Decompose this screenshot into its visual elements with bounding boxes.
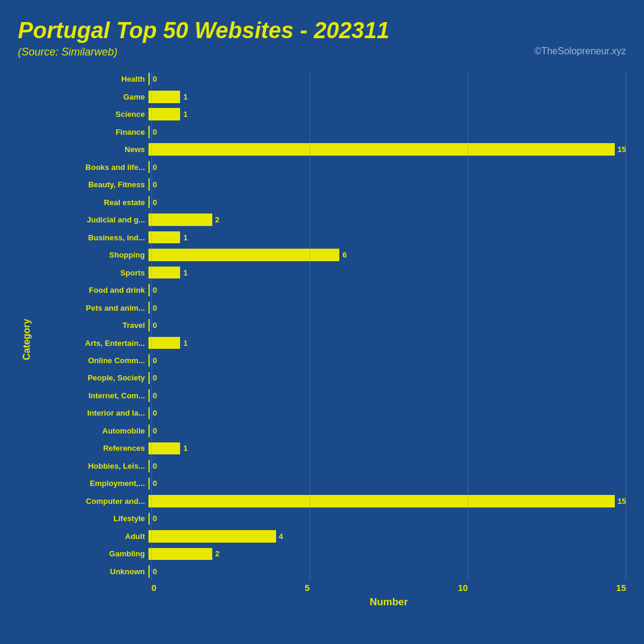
bar-label: Online Comm... (32, 356, 148, 365)
bar-label: Automobile (32, 426, 148, 435)
bar-track: 0 (148, 389, 626, 402)
bar-fill (148, 548, 212, 561)
bar-fill (148, 372, 150, 385)
bar-fill (148, 407, 150, 420)
bar-value: 0 (153, 391, 157, 400)
bar-track: 0 (148, 178, 626, 191)
page-container: Portugal Top 50 Websites - 202311 (Sourc… (0, 0, 644, 644)
bar-value: 0 (153, 163, 157, 172)
bar-track: 0 (148, 196, 626, 209)
x-axis-area: 051015 Number (151, 580, 626, 608)
bar-fill (148, 478, 150, 490)
bar-fill (148, 354, 150, 367)
bar-row: Real estate0 (32, 193, 626, 210)
bar-fill (148, 565, 150, 578)
copyright-text: ©TheSolopreneur.xyz (534, 46, 626, 58)
bar-track: 15 (148, 495, 626, 507)
bar-fill (148, 108, 180, 120)
bar-value: 0 (153, 462, 157, 470)
bar-row: Automobile0 (32, 422, 626, 439)
bar-label: Gambling (32, 549, 148, 558)
bar-value: 1 (183, 444, 187, 453)
bar-value: 0 (153, 321, 157, 330)
x-tick: 15 (616, 583, 626, 593)
bar-fill (148, 249, 339, 261)
bar-row: Online Comm...0 (32, 352, 626, 369)
bar-row: Travel0 (32, 317, 626, 334)
bar-label: Pets and anim... (32, 304, 148, 312)
bar-label: Employment,... (32, 479, 148, 488)
bar-label: Travel (32, 321, 148, 330)
bar-fill (148, 530, 276, 543)
bar-track: 0 (148, 478, 626, 490)
bar-row: Judicial and g...2 (32, 211, 626, 228)
x-tick: 0 (151, 583, 156, 593)
bar-track: 6 (148, 249, 626, 261)
bar-value: 0 (153, 128, 157, 137)
bar-label: References (32, 444, 148, 453)
bar-track: 15 (148, 143, 626, 156)
bar-value: 0 (153, 286, 157, 295)
bar-track: 0 (148, 407, 626, 420)
bar-value: 0 (153, 479, 157, 488)
bar-track: 0 (148, 354, 626, 367)
bar-fill (148, 319, 150, 332)
bar-track: 1 (148, 442, 626, 455)
bar-row: Interior and la...0 (32, 404, 626, 422)
bar-fill (148, 196, 150, 209)
bar-row: Game1 (32, 88, 626, 105)
bar-row: Unknown0 (32, 563, 626, 580)
bar-label: Books and life... (32, 163, 148, 172)
bar-value: 0 (153, 304, 157, 312)
bar-track: 0 (148, 425, 626, 437)
bar-fill (148, 495, 615, 507)
bar-fill (148, 161, 150, 174)
bar-value: 0 (153, 567, 157, 576)
bar-row: Books and life...0 (32, 158, 626, 175)
bar-row: Finance0 (32, 123, 626, 140)
bar-row: Beauty, Fitness0 (32, 176, 626, 193)
bar-label: Hobbies, Leis... (32, 462, 148, 470)
bar-fill (148, 284, 150, 296)
bar-row: News15 (32, 141, 626, 158)
bar-track: 0 (148, 565, 626, 578)
bar-row: Hobbies, Leis...0 (32, 457, 626, 475)
bar-track: 1 (148, 231, 626, 244)
bar-track: 1 (148, 337, 626, 349)
bar-label: Interior and la... (32, 408, 148, 417)
bar-track: 1 (148, 267, 626, 279)
bar-value: 15 (618, 145, 626, 154)
bar-row: Business, ind...1 (32, 228, 626, 246)
bar-value: 15 (618, 497, 626, 506)
chart-title: Portugal Top 50 Websites - 202311 (18, 18, 626, 44)
bar-track: 0 (148, 302, 626, 314)
bar-label: Judicial and g... (32, 215, 148, 224)
bar-fill (148, 267, 180, 279)
bar-value: 2 (215, 215, 219, 224)
bar-value: 1 (183, 233, 187, 242)
bar-label: Food and drink (32, 286, 148, 295)
bar-fill (148, 73, 150, 85)
bar-value: 1 (183, 268, 187, 277)
bar-row: People, Society0 (32, 369, 626, 386)
bar-value: 4 (279, 532, 283, 541)
bar-track: 0 (148, 284, 626, 296)
bar-fill (148, 442, 180, 455)
bar-row: Science1 (32, 106, 626, 123)
bar-fill (148, 460, 150, 472)
bar-label: Computer and... (32, 497, 148, 506)
bar-label: Science (32, 110, 148, 119)
bar-row: Gambling2 (32, 545, 626, 562)
bar-label: Internet, Com... (32, 391, 148, 400)
bar-value: 0 (153, 198, 157, 207)
bar-row: Computer and...15 (32, 493, 626, 510)
bar-track: 0 (148, 73, 626, 85)
bar-label: Beauty, Fitness (32, 180, 148, 189)
bar-track: 0 (148, 513, 626, 525)
bar-fill (148, 337, 180, 349)
bar-value: 0 (153, 180, 157, 189)
x-axis-label: Number (151, 596, 626, 608)
bar-track: 0 (148, 319, 626, 332)
bar-label: Finance (32, 128, 148, 137)
bar-row: Lifestyle0 (32, 510, 626, 527)
